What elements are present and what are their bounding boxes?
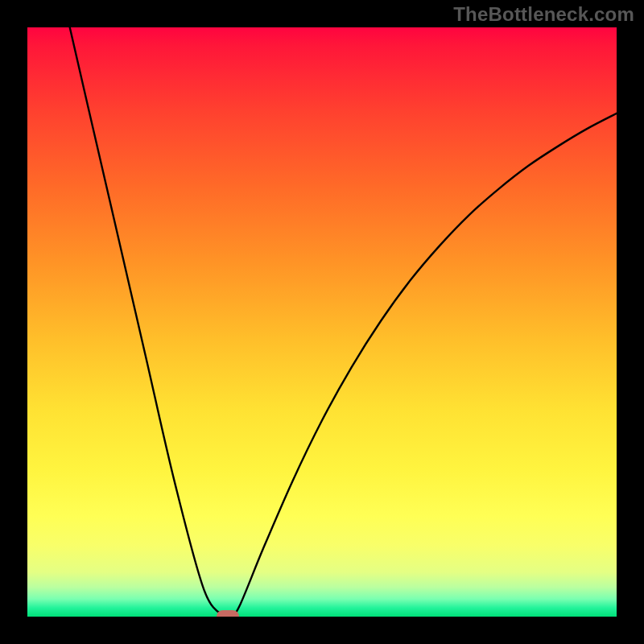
bottleneck-curve [70,27,617,617]
min-marker [217,610,239,617]
curve-svg [27,27,617,617]
attribution-text: TheBottleneck.com [453,3,634,26]
chart-frame: TheBottleneck.com [0,0,644,644]
plot-area [27,27,617,617]
